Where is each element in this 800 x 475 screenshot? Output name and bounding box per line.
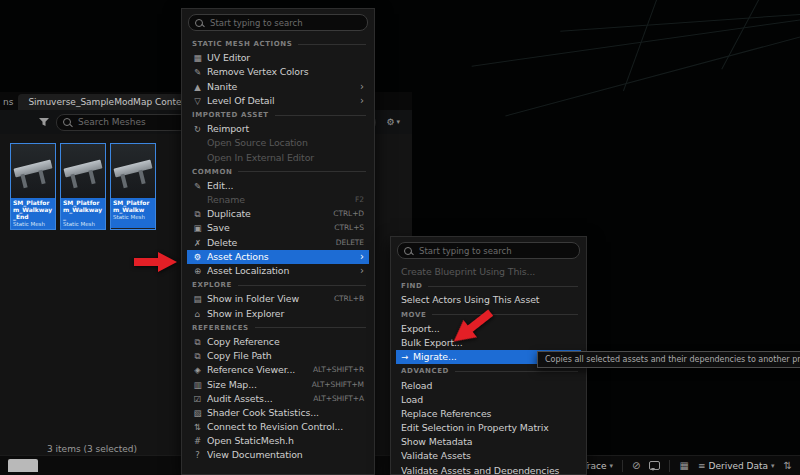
menu-item-label: Remove Vertex Colors <box>207 65 364 79</box>
settings-icon: ⚙ <box>386 117 394 127</box>
asset-thumbnail <box>11 144 55 198</box>
submenu-search-input[interactable] <box>417 245 573 257</box>
asset-label-box: SM_Platform_WalkwStatic Mesh <box>111 198 155 228</box>
separator <box>622 460 623 472</box>
submenu-item-list: Create Blueprint Using This...FINDSelect… <box>395 265 582 475</box>
status-bar-left <box>8 459 38 472</box>
menu-item-view-documentation[interactable]: ?View Documentation <box>187 448 369 462</box>
menu-item-label: Open Source Location <box>207 136 364 150</box>
menu-item-connect-to-revision-control[interactable]: ⇅Connect to Revision Control... <box>187 420 369 434</box>
status-bar-right: ≣ ◔ Trace ▾ ⊘ ▦ ≡ Derived Data ▾ ⇅ <box>554 460 792 472</box>
lod-icon: ▽ <box>192 94 203 108</box>
asset-tile[interactable]: SM_Platform_Walkway_EndStatic Mesh <box>10 143 56 230</box>
folder-icon: ▤ <box>192 292 203 306</box>
section-divider <box>298 44 366 45</box>
menu-item-load[interactable]: Load <box>396 393 581 407</box>
shortcut-label: CTRL+B <box>334 292 364 306</box>
menu-item-copy-file-path[interactable]: ⧉Copy File Path <box>187 349 369 363</box>
revision-control-icon: ⇅ <box>192 420 203 434</box>
menu-item-level-of-detail[interactable]: ▽Level Of Detail› <box>187 94 369 108</box>
sync-icon[interactable]: ⇅ <box>784 461 792 471</box>
menu-item-label: Asset Actions <box>207 250 355 264</box>
menu-item-size-map[interactable]: ▥Size Map...ALT+SHIFT+M <box>187 378 369 392</box>
section-header-label: MOVE <box>401 311 426 319</box>
menu-item-delete[interactable]: ✗DeleteDELETE <box>187 236 369 250</box>
menu-item-save[interactable]: ▣SaveCTRL+S <box>187 221 369 235</box>
menu-item-bulk-export[interactable]: Bulk Export... <box>396 336 581 350</box>
viewport-grid-line <box>505 33 800 117</box>
menu-item-label: Nanite <box>207 80 355 94</box>
save-icon: ▣ <box>192 221 203 235</box>
menu-item-nanite[interactable]: ▲Nanite› <box>187 80 369 94</box>
mesh-preview-shape <box>113 160 152 178</box>
shader-icon: ▧ <box>192 406 203 420</box>
menu-item-edit-selection-in-property-matrix[interactable]: Edit Selection in Property Matrix <box>396 421 581 435</box>
menu-item-label: Open In External Editor <box>207 151 364 165</box>
menu-item-show-in-explorer[interactable]: ⌂Show in Explorer <box>187 307 369 321</box>
content-browser-tab[interactable]: Simuverse_SampleModMap Content <box>18 94 200 110</box>
docs-icon: ? <box>192 448 203 462</box>
menu-item-label: Load <box>401 393 576 407</box>
menu-item-label: Delete <box>207 236 332 250</box>
menu-item-shader-cook-statistics[interactable]: ▧Shader Cook Statistics... <box>187 406 369 420</box>
filter-icon[interactable] <box>38 117 50 127</box>
derived-data-button[interactable]: ≡ Derived Data ▾ <box>698 461 775 471</box>
revision-control-icon[interactable]: ⊘ <box>632 461 640 471</box>
screenshot-icon[interactable]: ▦ <box>679 461 688 471</box>
menu-item-edit[interactable]: ✎Edit... <box>187 179 369 193</box>
menu-item-label: Reimport <box>207 122 364 136</box>
section-header-label: STATIC MESH ACTIONS <box>192 40 292 48</box>
menu-item-asset-actions[interactable]: ⚙Asset Actions› <box>187 250 369 264</box>
breadcrumb[interactable]: ns <box>0 97 18 110</box>
menu-item-select-actors-using-this-asset[interactable]: Select Actors Using This Asset <box>396 293 581 307</box>
submenu-arrow-icon: › <box>360 96 364 106</box>
menu-item-reimport[interactable]: ↻Reimport <box>187 122 369 136</box>
submenu-search-box[interactable] <box>397 242 580 259</box>
menu-item-label: Validate Assets and Dependencies <box>401 464 576 475</box>
asset-tile[interactable]: SM_Platform_Walkway_Static Mesh <box>60 143 106 230</box>
menu-item-asset-localization[interactable]: ⊕Asset Localization› <box>187 264 369 278</box>
menu-search-box[interactable] <box>188 14 368 31</box>
menu-item-remove-vertex-colors[interactable]: ✎Remove Vertex Colors <box>187 65 369 79</box>
menu-item-reload[interactable]: Reload <box>396 379 581 393</box>
menu-item-validate-assets-and-dependencies[interactable]: Validate Assets and Dependencies <box>396 464 581 475</box>
menu-item-open-staticmesh-h[interactable]: #Open StaticMesh.h <box>187 434 369 448</box>
delete-icon: ✗ <box>192 236 203 250</box>
asset-tile[interactable]: SM_Platform_WalkwStatic Mesh <box>110 143 156 230</box>
menu-item-reference-viewer[interactable]: ◈Reference Viewer...ALT+SHIFT+R <box>187 363 369 377</box>
menu-item-label: Reference Viewer... <box>207 363 309 377</box>
menu-search-input[interactable] <box>208 17 361 29</box>
size-map-icon: ▥ <box>192 378 203 392</box>
copy-icon: ⧉ <box>192 349 203 363</box>
message-bubble-icon[interactable] <box>649 461 660 470</box>
asset-name: SM_Platform_Walkw <box>113 199 153 213</box>
menu-item-uv-editor[interactable]: ▦UV Editor <box>187 51 369 65</box>
menu-item-label: Asset Localization <box>207 264 355 278</box>
menu-item-replace-references[interactable]: Replace References <box>396 407 581 421</box>
menu-item-label: Connect to Revision Control... <box>207 420 364 434</box>
viewport-grid-line <box>623 0 658 91</box>
menu-item-copy-reference[interactable]: ⧉Copy Reference <box>187 335 369 349</box>
asset-name: SM_Platform_Walkway_ <box>63 199 103 220</box>
menu-item-show-in-folder-view[interactable]: ▤Show in Folder ViewCTRL+B <box>187 292 369 306</box>
menu-item-duplicate[interactable]: ⧉DuplicateCTRL+D <box>187 207 369 221</box>
menu-item-label: Rename <box>207 193 351 207</box>
content-browser-settings-button[interactable]: ⚙▾ <box>382 116 404 128</box>
shortcut-label: CTRL+S <box>334 221 364 235</box>
menu-item-show-metadata[interactable]: Show Metadata <box>396 435 581 449</box>
search-icon <box>404 247 412 255</box>
migrate-icon: → <box>401 350 408 364</box>
explorer-icon: ⌂ <box>192 307 203 321</box>
mesh-preview-shape <box>63 160 102 178</box>
uv-editor-icon: ▦ <box>192 51 203 65</box>
menu-item-label: Shader Cook Statistics... <box>207 406 364 420</box>
chevron-down-icon: ▾ <box>771 462 775 470</box>
section-divider <box>238 171 366 172</box>
menu-item-label: Show Metadata <box>401 435 576 449</box>
menu-item-validate-assets[interactable]: Validate Assets <box>396 449 581 463</box>
copy-icon: ⧉ <box>192 335 203 349</box>
content-drawer-button[interactable] <box>8 459 38 472</box>
menu-section-common: COMMON <box>186 165 370 179</box>
menu-item-label: Open StaticMesh.h <box>207 434 364 448</box>
menu-item-audit-assets[interactable]: ☑Audit Assets...ALT+SHIFT+A <box>187 392 369 406</box>
